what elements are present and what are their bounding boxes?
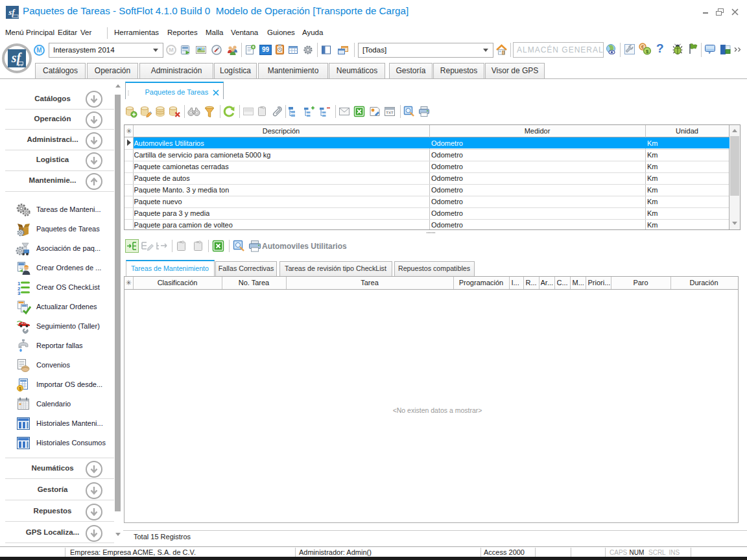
svg-text:$: $ [19,386,21,391]
svg-text:sf: sf [11,51,23,65]
svg-text:TXT: TXT [386,111,394,115]
svg-text:3: 3 [18,290,21,296]
svg-text:sf: sf [8,7,16,17]
